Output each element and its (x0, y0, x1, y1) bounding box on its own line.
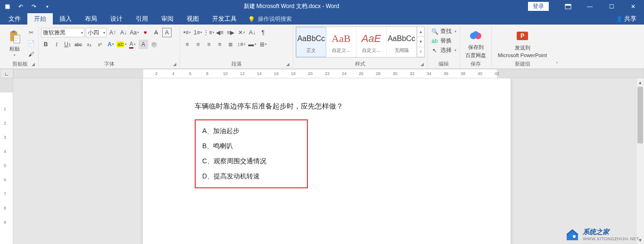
align-left-button[interactable]: ≡ (182, 40, 192, 49)
italic-button[interactable]: I (52, 40, 61, 49)
tab-design[interactable]: 设计 (104, 13, 129, 25)
line-spacing-button[interactable]: ↕≡ (237, 40, 246, 49)
tab-references[interactable]: 引用 (129, 13, 155, 25)
page: 车辆临时靠边停车后准备起步时，应先怎样做？ A、加油起步 B、鸣喇叭 C、观察周… (143, 78, 511, 244)
char-shading-button[interactable]: A (139, 40, 148, 49)
shading-button[interactable]: ▬ (248, 40, 257, 49)
minimize-button[interactable]: — (579, 0, 601, 13)
style-nospace[interactable]: AaBbCc 无间隔 (387, 27, 417, 57)
tab-selector[interactable]: ∟ (0, 69, 13, 78)
dialog-launcher-icon[interactable]: ◢ (421, 62, 424, 67)
paste-button[interactable]: 粘贴 ▾ (4, 26, 25, 60)
ruler-vertical[interactable]: 1 2 3 4 5 6 7 8 9 (0, 78, 13, 244)
align-distribute-button[interactable]: ≣ (226, 40, 235, 49)
hruler[interactable]: 24681012141618202224262830323436384042 (13, 69, 644, 78)
text-effects-button[interactable]: A (106, 40, 116, 49)
bullet-list-button[interactable]: •≡ (182, 28, 192, 37)
tab-layout[interactable]: 布局 (78, 13, 104, 25)
window-title: 新建 Microsoft Word 文档.docx - Word (55, 2, 528, 10)
select-button[interactable]: ↖选择▾ (431, 46, 456, 54)
chevron-down-icon[interactable]: ▼ (417, 37, 424, 47)
clear-format-button[interactable]: A̶ (151, 28, 161, 37)
share-button[interactable]: 👤 共享 (609, 13, 644, 25)
scrollbar-thumb[interactable] (637, 87, 643, 143)
highlight-button[interactable]: ab (117, 40, 126, 49)
copy-button[interactable]: 📄 (26, 39, 36, 48)
collapse-ribbon-button[interactable]: ˄ (553, 26, 561, 68)
share-icon: 👤 (616, 16, 624, 22)
sort-button[interactable]: A↓ (248, 28, 257, 37)
qat-more-icon[interactable]: ▾ (43, 3, 51, 10)
lightbulb-icon: 💡 (248, 16, 255, 23)
maximize-button[interactable]: ☐ (601, 0, 622, 13)
char-border-button[interactable]: A (162, 28, 172, 37)
svg-rect-1 (565, 4, 571, 6)
show-marks-button[interactable]: ¶ (258, 28, 268, 37)
find-button[interactable]: 🔍查找▾ (431, 27, 456, 35)
change-case-button[interactable]: Aa (130, 28, 139, 37)
underline-button[interactable]: U (63, 40, 72, 49)
option-a: A、加油起步 (202, 127, 298, 135)
ribbon-display-button[interactable] (557, 0, 579, 13)
document-canvas[interactable]: 车辆临时靠边停车后准备起步时，应先怎样做？ A、加油起步 B、鸣喇叭 C、观察周… (13, 78, 644, 244)
send-to-ppt-button[interactable]: P 发送到 Microsoft PowerPoint (494, 26, 551, 60)
close-button[interactable]: ✕ (622, 0, 644, 13)
cut-button[interactable]: ✂ (26, 28, 36, 37)
svg-point-10 (573, 235, 576, 238)
tab-devtools[interactable]: 开发工具 (206, 13, 243, 25)
format-painter-button[interactable]: 🖌 (26, 50, 36, 59)
save-to-baidu-button[interactable]: 保存到 百度网盘 (462, 26, 489, 60)
font-color-button[interactable]: A (128, 40, 137, 49)
text-direction-button[interactable]: ✕ (237, 28, 246, 37)
tab-insert[interactable]: 插入 (53, 13, 78, 25)
subscript-button[interactable]: x₂ (84, 40, 94, 49)
chevron-down-icon: ▾ (14, 53, 16, 57)
save-icon[interactable] (4, 3, 11, 10)
group-paragraph: •≡ 1≡ ⋮≡ ◀≡ ≡▶ ✕ A↓ ¶ ≡ ≡ ≡ ≡ ≣ ↕≡ ▬ ⊞ 段… (180, 26, 293, 68)
font-size-select[interactable]: 小四 (86, 28, 107, 37)
style-custom1[interactable]: AaB 自定义... (326, 27, 356, 57)
style-custom2[interactable]: AaE 自定义... (356, 27, 387, 57)
tab-review[interactable]: 审阅 (155, 13, 180, 25)
number-list-button[interactable]: 1≡ (193, 28, 203, 37)
group-styles: AaBbCc 正文 AaB 自定义... AaE 自定义... AaBbCc 无… (293, 26, 428, 68)
increase-font-button[interactable]: A↑ (108, 28, 117, 37)
decrease-indent-button[interactable]: ◀≡ (215, 28, 224, 37)
strikethrough-button[interactable]: abc (74, 40, 83, 49)
borders-button[interactable]: ⊞ (258, 40, 268, 49)
phonetic-guide-button[interactable]: ♥ (140, 28, 150, 37)
vertical-scrollbar[interactable]: ▲ ▼ (636, 78, 644, 244)
multilevel-list-button[interactable]: ⋮≡ (204, 28, 214, 37)
style-gallery-scroll[interactable]: ▲ ▼ ≡ (417, 27, 424, 57)
replace-button[interactable]: ab替换 (431, 37, 456, 45)
font-name-select[interactable]: 微软雅黑 (41, 28, 84, 37)
more-styles-icon[interactable]: ≡ (417, 47, 424, 57)
enclose-char-button[interactable]: ㊕ (149, 40, 159, 49)
bold-button[interactable]: B (41, 40, 50, 49)
login-button[interactable]: 登录 (528, 2, 549, 11)
superscript-button[interactable]: x² (95, 40, 105, 49)
style-normal[interactable]: AaBbCc 正文 (296, 27, 326, 57)
redo-icon[interactable]: ↷ (30, 3, 38, 10)
dialog-launcher-icon[interactable]: ◢ (286, 62, 289, 67)
group-clipboard: 粘贴 ▾ ✂ 📄 🖌 剪贴板◢ (2, 26, 39, 68)
dialog-launcher-icon[interactable]: ◢ (173, 62, 176, 67)
tab-home[interactable]: 开始 (27, 13, 53, 25)
decrease-font-button[interactable]: A↓ (119, 28, 128, 37)
increase-indent-button[interactable]: ≡▶ (226, 28, 235, 37)
dialog-launcher-icon[interactable]: ◢ (32, 62, 35, 67)
chevron-up-icon[interactable]: ▲ (417, 27, 424, 37)
align-justify-button[interactable]: ≡ (215, 40, 224, 49)
powerpoint-icon: P (515, 28, 530, 43)
scroll-up-icon[interactable]: ▲ (636, 78, 644, 86)
question-text: 车辆临时靠边停车后准备起步时，应先怎样做？ (195, 102, 463, 111)
tab-view[interactable]: 视图 (180, 13, 206, 25)
align-right-button[interactable]: ≡ (204, 40, 214, 49)
option-c: C、观察周围交通情况 (202, 157, 298, 166)
ribbon: 粘贴 ▾ ✂ 📄 🖌 剪贴板◢ 微软雅黑 小四 A↑ A↓ Aa ♥ A̶ A (0, 25, 644, 69)
align-center-button[interactable]: ≡ (193, 40, 203, 49)
tab-file[interactable]: 文件 (2, 13, 27, 25)
svg-rect-4 (14, 35, 20, 43)
tell-me-search[interactable]: 💡 操作说明搜索 (243, 14, 297, 25)
undo-icon[interactable]: ↶ (17, 3, 25, 10)
